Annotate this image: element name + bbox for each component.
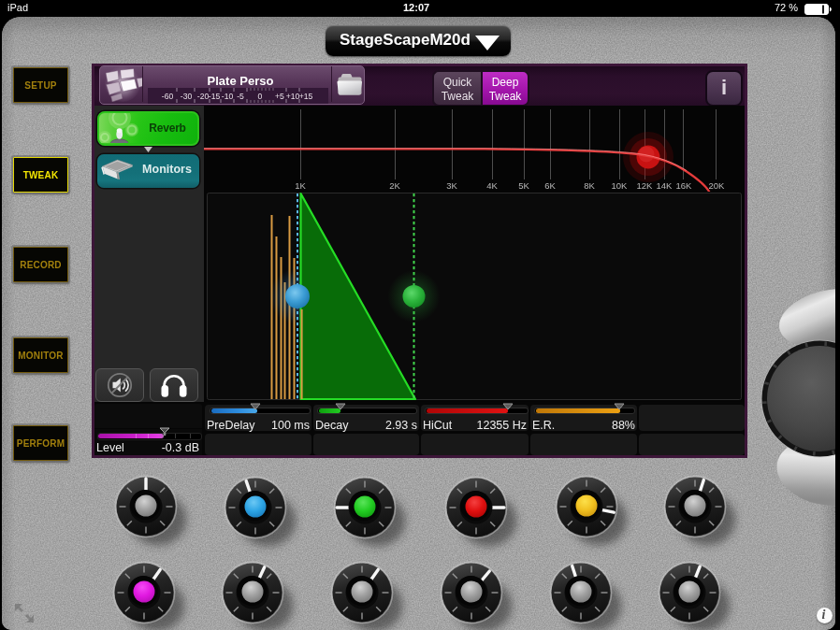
- svg-text:20K: 20K: [709, 180, 726, 191]
- svg-text:-20: -20: [197, 92, 210, 101]
- svg-text:+15: +15: [299, 92, 313, 101]
- svg-text:-5: -5: [237, 92, 244, 101]
- svg-text:4K: 4K: [486, 180, 498, 191]
- svg-text:10K: 10K: [612, 180, 629, 191]
- svg-text:-15: -15: [209, 92, 221, 101]
- svg-text:3K: 3K: [446, 180, 457, 191]
- svg-text:-10: -10: [222, 92, 234, 101]
- svg-text:+5: +5: [275, 92, 284, 101]
- svg-text:16K: 16K: [676, 180, 693, 191]
- svg-text:8K: 8K: [584, 180, 595, 191]
- svg-text:0: 0: [258, 92, 263, 101]
- svg-text:1K: 1K: [295, 180, 306, 191]
- svg-text:2K: 2K: [389, 180, 400, 191]
- svg-text:6K: 6K: [544, 180, 556, 191]
- svg-text:14K: 14K: [657, 180, 673, 191]
- svg-text:+10: +10: [286, 92, 300, 101]
- svg-text:-30: -30: [181, 92, 193, 101]
- svg-text:5K: 5K: [518, 180, 529, 191]
- svg-text:-60: -60: [162, 92, 174, 101]
